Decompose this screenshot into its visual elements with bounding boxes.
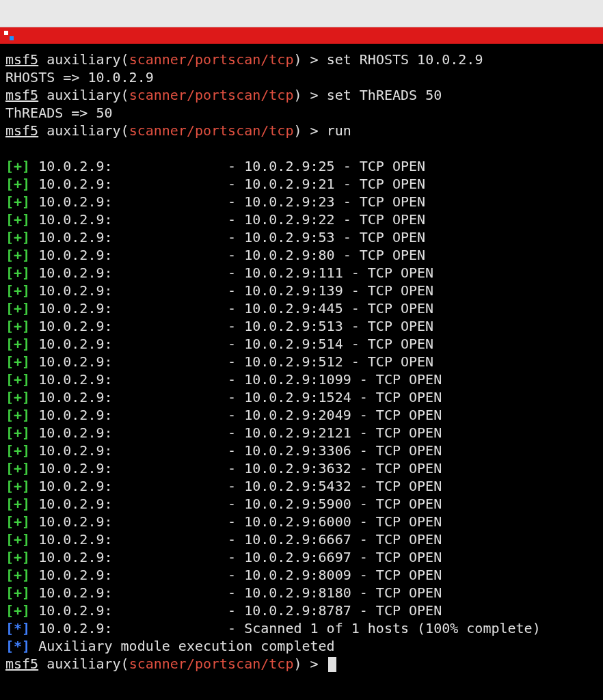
command-echo: ThREADS => 50 bbox=[5, 104, 598, 122]
result-host: 10.0.2.9: bbox=[30, 620, 228, 636]
result-detail: - 10.0.2.9:25 - TCP OPEN bbox=[228, 158, 425, 174]
prompt-module: scanner/portscan/tcp bbox=[129, 87, 294, 103]
status-symbol: [+] bbox=[5, 229, 30, 245]
scan-result: [+] 10.0.2.9: - 10.0.2.9:80 - TCP OPEN bbox=[5, 246, 598, 264]
prompt-aux-open: auxiliary( bbox=[38, 87, 129, 103]
scan-result: [+] 10.0.2.9: - 10.0.2.9:53 - TCP OPEN bbox=[5, 228, 598, 246]
result-host: 10.0.2.9: bbox=[30, 602, 228, 619]
result-host: 10.0.2.9: bbox=[30, 318, 228, 334]
command-echo: RHOSTS => 10.0.2.9 bbox=[5, 68, 598, 86]
result-detail: - 10.0.2.9:53 - TCP OPEN bbox=[228, 229, 425, 245]
scan-result: [*] 10.0.2.9: - Scanned 1 of 1 hosts (10… bbox=[5, 619, 598, 637]
prompt-msf: msf5 bbox=[5, 87, 38, 103]
terminal-titlebar[interactable] bbox=[0, 27, 603, 44]
prompt-msf: msf5 bbox=[5, 122, 38, 139]
prompt-ready[interactable]: msf5 auxiliary(scanner/portscan/tcp) > bbox=[5, 655, 598, 673]
scan-result: [+] 10.0.2.9: - 10.0.2.9:514 - TCP OPEN bbox=[5, 335, 598, 353]
scan-result: [+] 10.0.2.9: - 10.0.2.9:23 - TCP OPEN bbox=[5, 193, 598, 211]
status-symbol: [+] bbox=[5, 425, 30, 441]
result-host: 10.0.2.9: bbox=[30, 247, 228, 263]
scan-result: [+] 10.0.2.9: - 10.0.2.9:22 - TCP OPEN bbox=[5, 211, 598, 228]
result-host: 10.0.2.9: bbox=[30, 353, 228, 370]
scan-result: [+] 10.0.2.9: - 10.0.2.9:445 - TCP OPEN bbox=[5, 299, 598, 317]
result-host: 10.0.2.9: bbox=[30, 211, 228, 228]
result-host: 10.0.2.9: bbox=[30, 425, 228, 441]
result-detail: - 10.0.2.9:5900 - TCP OPEN bbox=[228, 496, 442, 512]
status-symbol: [+] bbox=[5, 158, 30, 174]
result-detail: - 10.0.2.9:80 - TCP OPEN bbox=[228, 247, 425, 263]
status-symbol: [+] bbox=[5, 478, 30, 494]
blank-line bbox=[5, 139, 598, 157]
result-detail: - 10.0.2.9:111 - TCP OPEN bbox=[228, 265, 433, 281]
result-host: 10.0.2.9: bbox=[30, 531, 228, 548]
status-symbol: [+] bbox=[5, 176, 30, 192]
result-detail: - 10.0.2.9:5432 - TCP OPEN bbox=[228, 478, 442, 494]
window-chrome bbox=[0, 0, 603, 27]
prompt-aux-open: auxiliary( bbox=[38, 51, 129, 68]
status-symbol: [+] bbox=[5, 371, 30, 388]
scan-result: [+] 10.0.2.9: - 10.0.2.9:8009 - TCP OPEN bbox=[5, 566, 598, 584]
result-detail: - 10.0.2.9:6667 - TCP OPEN bbox=[228, 531, 442, 548]
prompt-aux-close: ) bbox=[293, 51, 310, 68]
scan-result: [+] 10.0.2.9: - 10.0.2.9:512 - TCP OPEN bbox=[5, 353, 598, 371]
status-symbol: [+] bbox=[5, 567, 30, 583]
result-detail: - 10.0.2.9:8787 - TCP OPEN bbox=[228, 602, 442, 619]
prompt-gt: > bbox=[310, 87, 327, 103]
command-line: msf5 auxiliary(scanner/portscan/tcp) > r… bbox=[5, 122, 598, 139]
command-text: set ThREADS 50 bbox=[327, 87, 442, 103]
scan-result: [+] 10.0.2.9: - 10.0.2.9:25 - TCP OPEN bbox=[5, 157, 598, 175]
status-symbol: [+] bbox=[5, 513, 30, 530]
scan-result: [+] 10.0.2.9: - 10.0.2.9:111 - TCP OPEN bbox=[5, 264, 598, 282]
terminal-output[interactable]: msf5 auxiliary(scanner/portscan/tcp) > s… bbox=[0, 44, 603, 673]
result-host: 10.0.2.9: bbox=[30, 584, 228, 601]
status-symbol: [+] bbox=[5, 353, 30, 370]
command-line: msf5 auxiliary(scanner/portscan/tcp) > s… bbox=[5, 51, 598, 68]
result-detail: - 10.0.2.9:2049 - TCP OPEN bbox=[228, 407, 442, 423]
scan-result: [+] 10.0.2.9: - 10.0.2.9:6667 - TCP OPEN bbox=[5, 530, 598, 548]
result-host: 10.0.2.9: bbox=[30, 229, 228, 245]
result-detail: - Scanned 1 of 1 hosts (100% complete) bbox=[228, 620, 541, 636]
prompt-gt: > bbox=[310, 656, 327, 672]
status-symbol: [+] bbox=[5, 211, 30, 228]
prompt-msf: msf5 bbox=[5, 51, 38, 68]
status-symbol: [+] bbox=[5, 300, 30, 317]
scan-result: [+] 10.0.2.9: - 10.0.2.9:2049 - TCP OPEN bbox=[5, 406, 598, 424]
result-host: 10.0.2.9: bbox=[30, 336, 228, 352]
prompt-aux-open: auxiliary( bbox=[38, 122, 129, 139]
prompt-gt: > bbox=[310, 122, 327, 139]
result-host: 10.0.2.9: bbox=[30, 567, 228, 583]
scan-result: [+] 10.0.2.9: - 10.0.2.9:5432 - TCP OPEN bbox=[5, 477, 598, 495]
result-detail: - 10.0.2.9:2121 - TCP OPEN bbox=[228, 425, 442, 441]
scan-result: [+] 10.0.2.9: - 10.0.2.9:513 - TCP OPEN bbox=[5, 317, 598, 335]
status-symbol: [+] bbox=[5, 193, 30, 210]
result-detail: - 10.0.2.9:139 - TCP OPEN bbox=[228, 282, 433, 299]
result-detail: - 10.0.2.9:3632 - TCP OPEN bbox=[228, 460, 442, 476]
status-symbol: [+] bbox=[5, 336, 30, 352]
completion-line: [*] Auxiliary module execution completed bbox=[5, 637, 598, 655]
prompt-aux-close: ) bbox=[293, 656, 310, 672]
scan-result: [+] 10.0.2.9: - 10.0.2.9:8787 - TCP OPEN bbox=[5, 602, 598, 619]
result-host: 10.0.2.9: bbox=[30, 389, 228, 405]
status-symbol: [+] bbox=[5, 584, 30, 601]
status-symbol: [*] bbox=[5, 638, 30, 654]
scan-result: [+] 10.0.2.9: - 10.0.2.9:5900 - TCP OPEN bbox=[5, 495, 598, 513]
result-detail: - 10.0.2.9:1099 - TCP OPEN bbox=[228, 371, 442, 388]
scan-result: [+] 10.0.2.9: - 10.0.2.9:3632 - TCP OPEN bbox=[5, 459, 598, 477]
result-host: 10.0.2.9: bbox=[30, 176, 228, 192]
status-symbol: [+] bbox=[5, 442, 30, 459]
result-detail: - 10.0.2.9:22 - TCP OPEN bbox=[228, 211, 425, 228]
status-symbol: [+] bbox=[5, 460, 30, 476]
completion-text: Auxiliary module execution completed bbox=[30, 638, 335, 654]
result-detail: - 10.0.2.9:512 - TCP OPEN bbox=[228, 353, 433, 370]
status-symbol: [+] bbox=[5, 265, 30, 281]
result-host: 10.0.2.9: bbox=[30, 513, 228, 530]
prompt-module: scanner/portscan/tcp bbox=[129, 656, 294, 672]
status-symbol: [+] bbox=[5, 282, 30, 299]
scan-result: [+] 10.0.2.9: - 10.0.2.9:1099 - TCP OPEN bbox=[5, 371, 598, 388]
result-host: 10.0.2.9: bbox=[30, 460, 228, 476]
status-symbol: [*] bbox=[5, 620, 30, 636]
result-host: 10.0.2.9: bbox=[30, 496, 228, 512]
scan-result: [+] 10.0.2.9: - 10.0.2.9:6697 - TCP OPEN bbox=[5, 548, 598, 566]
command-line: msf5 auxiliary(scanner/portscan/tcp) > s… bbox=[5, 86, 598, 104]
prompt-module: scanner/portscan/tcp bbox=[129, 51, 294, 68]
